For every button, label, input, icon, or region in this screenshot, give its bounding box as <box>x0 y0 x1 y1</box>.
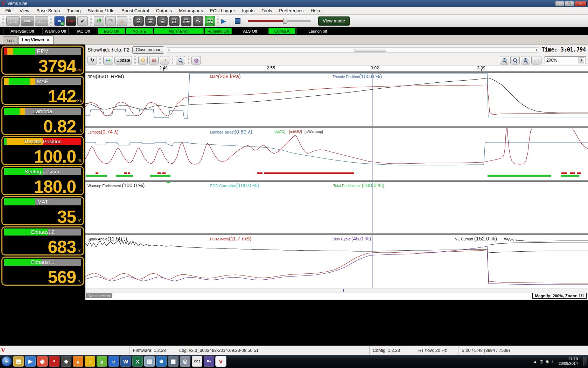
menu-item-base-setup[interactable]: Base Setup <box>33 7 63 14</box>
photoshop-icon[interactable]: Ps <box>204 356 214 367</box>
search-button[interactable] <box>176 56 185 64</box>
status-warmup-off[interactable]: Warmup Off <box>42 28 69 34</box>
utorrent-icon[interactable]: µ <box>97 356 107 367</box>
input-reader-icon[interactable]: INR <box>54 16 65 26</box>
maximize-button[interactable]: ▢ <box>565 1 574 6</box>
view-mode-button[interactable]: View mode <box>318 16 350 26</box>
vlc-icon[interactable]: ▲ <box>73 356 83 367</box>
menu-item-inputs[interactable]: Inputs <box>239 7 258 14</box>
chart-panel-4[interactable]: Spark Angle(11.50 °)Pulse width(11.7 mS)… <box>85 235 588 288</box>
status-no-tr-error[interactable]: No Tr Error <box>154 28 204 34</box>
wot-icon[interactable]: ◆ <box>61 356 71 367</box>
zoom-level-select[interactable]: 200% ▼ <box>545 56 586 64</box>
toolbar-button-n-a[interactable]: N/A <box>21 16 34 26</box>
status-als-off[interactable]: ALS Off <box>233 28 267 34</box>
media-player-icon[interactable]: ▶ <box>25 356 36 367</box>
horizontal-scrollbar[interactable]: ◂ ▸ <box>167 47 539 53</box>
menu-item-ecu-logger[interactable]: ECU Logger <box>207 7 238 14</box>
explorer-icon[interactable]: ▤ <box>13 356 24 367</box>
tab-log-viewer[interactable]: Log Viewer✕ <box>18 35 54 44</box>
knob-la-2d[interactable]: LA2D <box>157 16 168 26</box>
slider-thumb[interactable] <box>283 18 287 24</box>
log-icon[interactable]: LOG <box>66 16 76 26</box>
scrollbar-thumb[interactable] <box>355 48 386 52</box>
menu-item-preferences[interactable]: Preferences <box>276 7 307 14</box>
ve-current-trace <box>504 237 588 241</box>
check-icon[interactable]: ✓ <box>77 16 88 26</box>
scroll-right-icon[interactable]: ▸ <box>536 48 538 52</box>
globe-icon[interactable]: ⊕ <box>156 356 167 367</box>
selection-strip[interactable] <box>85 288 588 293</box>
download-button[interactable]: ◍ <box>191 56 201 64</box>
knob-adc-all[interactable]: ADCALL <box>169 16 180 26</box>
moviemaker-icon[interactable]: ▥ <box>144 356 155 367</box>
help-text: Show/hide help: F2 <box>88 47 130 53</box>
knob-adc-cust[interactable]: ADCCUST <box>181 16 191 26</box>
title-bar[interactable]: V VemsTune – ▢ × <box>0 0 588 7</box>
excel-icon[interactable]: X <box>132 356 143 367</box>
taskbar-clock[interactable]: 21:10 23/09/2014 <box>559 357 578 366</box>
chart-panel-2[interactable]: Lambda(0.74 λ)Lambda Target(0.80 λ)[isIA… <box>85 128 588 180</box>
menu-item-view[interactable]: View <box>16 7 33 14</box>
knob-log-view[interactable]: LOGVIEW <box>205 16 215 26</box>
menu-item-outputs[interactable]: Outputs <box>153 7 175 14</box>
starburst-icon[interactable]: * <box>49 356 59 367</box>
scroll-left-icon[interactable]: ◂ <box>168 48 170 52</box>
chart-panel-3[interactable]: Warmup Enrichment (100.0 %)EGO Correctio… <box>85 182 588 233</box>
zoom-out-button[interactable]: − <box>510 56 520 64</box>
update-button[interactable]: Update <box>114 56 132 64</box>
status-config-a[interactable]: Config A <box>268 28 295 34</box>
chart-panel-1[interactable]: RPM(4601 RPM)MAP(208 kPa)Throttle Positi… <box>85 73 588 126</box>
refresh-button[interactable]: ↻ <box>88 56 97 64</box>
zoom-in-button[interactable]: + <box>500 56 509 64</box>
tray-window-icon[interactable]: ◫ <box>539 359 543 364</box>
menu-item-starting-idle[interactable]: Starting / Idle <box>84 7 118 14</box>
reload-icon[interactable]: ↺ <box>94 16 104 26</box>
knob-ign-2d[interactable]: IGN2D <box>145 16 156 26</box>
menu-item-tools[interactable]: Tools <box>258 7 275 14</box>
toolbar-grip <box>130 16 131 26</box>
zoom-fit-button[interactable]: |↔| <box>531 56 541 64</box>
menu-item-file[interactable]: File <box>2 7 16 14</box>
word-icon[interactable]: W <box>120 356 131 367</box>
status-no-tr-e[interactable]: No Tr E <box>126 28 153 34</box>
tray-chevron-icon[interactable]: ▲ <box>533 359 537 363</box>
calculator-icon[interactable]: ▦ <box>168 356 178 367</box>
ccc-icon[interactable]: CC3 <box>192 356 202 367</box>
knob-iac[interactable]: IAC <box>193 16 203 26</box>
small-buttons-group: GPSN/AECU <box>6 16 48 26</box>
status-afterstart-off[interactable]: AfterStart Off <box>3 28 41 34</box>
tray-network-icon[interactable]: ◉ <box>546 359 549 364</box>
palette-button[interactable]: ◑ <box>160 56 169 64</box>
status-iac-off[interactable]: IAC Off <box>70 28 97 34</box>
menu-item-tuning[interactable]: Tuning <box>64 7 84 14</box>
show-desktop-button[interactable] <box>583 357 587 366</box>
window-title: VemsTune <box>7 1 27 6</box>
chrome-icon[interactable]: ◉ <box>37 356 48 367</box>
minimize-button[interactable]: – <box>555 1 564 6</box>
tab-log[interactable]: Log <box>3 36 18 44</box>
status-ego-on[interactable]: EGO On <box>98 28 125 34</box>
tab-close-icon[interactable]: ✕ <box>47 38 50 42</box>
menu-item-boost-control[interactable]: Boost Control <box>118 7 152 14</box>
playback-slider[interactable] <box>248 20 311 22</box>
menu-item-help[interactable]: Help <box>307 7 323 14</box>
knob-ve-3d[interactable]: VE3D <box>133 16 144 26</box>
play-button[interactable]: ▶ <box>221 17 231 25</box>
vemstune-icon[interactable]: V <box>216 356 226 367</box>
settings-button[interactable]: ⚙ <box>138 56 148 64</box>
start-button[interactable]: ⊞ <box>1 356 12 367</box>
status-launch-off[interactable]: Launch off <box>296 28 339 34</box>
stop-button[interactable] <box>235 18 240 24</box>
zoom-reset-button[interactable]: 1 <box>521 56 530 64</box>
status-running-on[interactable]: Running On <box>205 28 232 34</box>
users-button[interactable]: ●● <box>103 56 113 64</box>
close-button[interactable]: × <box>575 1 587 6</box>
winamp-icon[interactable]: ♪ <box>85 356 95 367</box>
chart-edit-button[interactable]: ▧ <box>149 56 159 64</box>
close-toolbar-button[interactable]: Close toolbar <box>132 46 164 54</box>
search-app-icon[interactable]: ◎ <box>180 356 190 367</box>
menu-item-motorsports[interactable]: Motorsports <box>176 7 206 14</box>
browser-e-icon[interactable]: e <box>108 356 119 367</box>
tray-volume-icon[interactable]: ♪ <box>551 359 553 363</box>
